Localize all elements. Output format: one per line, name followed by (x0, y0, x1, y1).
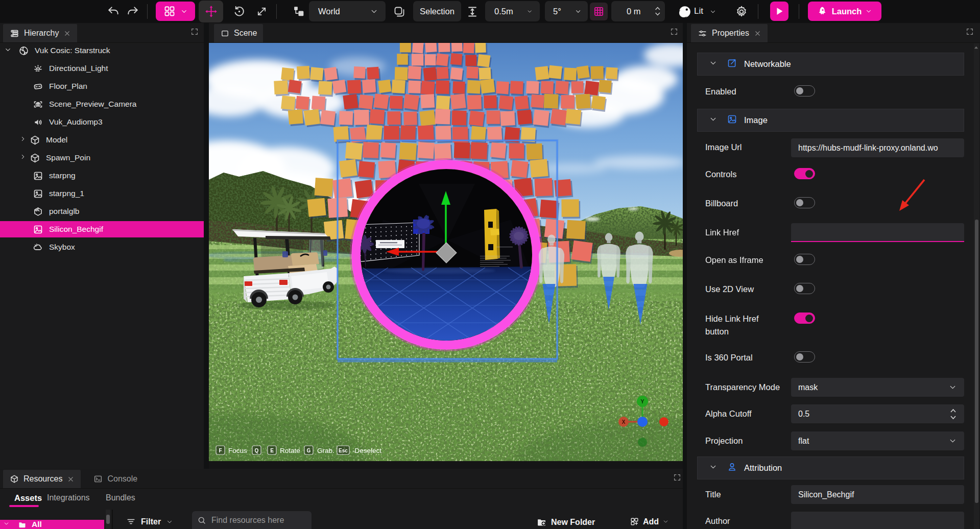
svg-text:X: X (622, 419, 626, 425)
svg-text:Y: Y (640, 398, 644, 404)
svg-text:Q: Q (255, 448, 259, 453)
svg-text:G: G (307, 448, 311, 453)
svg-text:-Deselect: -Deselect (352, 447, 381, 454)
svg-text:Rotate: Rotate (280, 447, 300, 454)
svg-text:Esc: Esc (339, 448, 348, 453)
svg-text:F: F (219, 448, 222, 453)
svg-text:Focus: Focus (228, 447, 247, 454)
svg-text:E: E (270, 448, 274, 453)
svg-text:Grab.: Grab. (317, 447, 334, 454)
